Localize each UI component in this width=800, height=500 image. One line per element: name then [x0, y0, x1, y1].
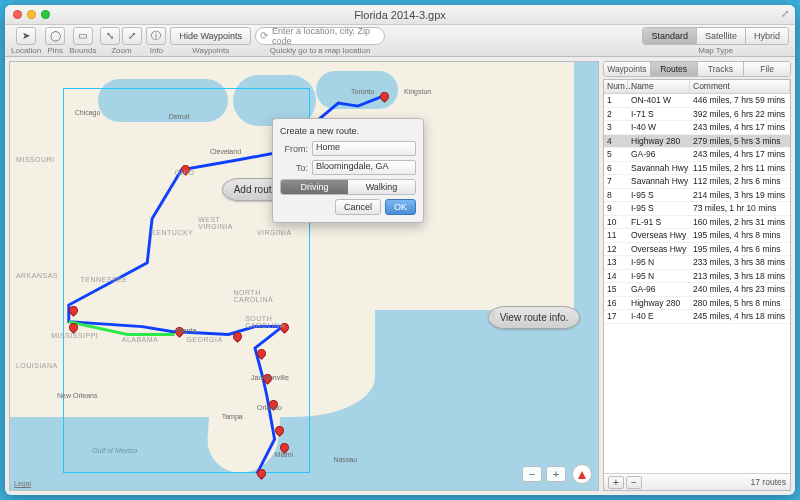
table-row[interactable]: 15GA-96240 miles, 4 hrs 23 mins	[604, 283, 790, 297]
state-label: NORTHCAROLINA	[233, 289, 273, 303]
table-row[interactable]: 14I-95 N213 miles, 3 hrs 18 mins	[604, 270, 790, 284]
bounds-button[interactable]: ▭	[73, 27, 93, 45]
zoom-in-button[interactable]: ⤢	[122, 27, 142, 45]
info-button[interactable]: ⓘ	[146, 27, 166, 45]
state-label: ARKANSAS	[16, 272, 58, 279]
tab-tracks[interactable]: Tracks	[698, 62, 745, 76]
mode-walking[interactable]: Walking	[348, 180, 415, 194]
table-row[interactable]: 17I-40 E245 miles, 4 hrs 18 mins	[604, 310, 790, 324]
hide-waypoints-button[interactable]: Hide Waypoints	[170, 27, 251, 45]
travel-mode-segment[interactable]: Driving Walking	[280, 179, 416, 195]
cancel-button[interactable]: Cancel	[335, 199, 381, 215]
routes-table[interactable]: 1ON-401 W446 miles, 7 hrs 59 mins2I-71 S…	[604, 94, 790, 473]
mode-driving[interactable]: Driving	[281, 180, 348, 194]
tab-routes[interactable]: Routes	[651, 62, 698, 76]
state-label: LOUISIANA	[16, 362, 58, 369]
table-row[interactable]: 9I-95 S73 miles, 1 hr 10 mins	[604, 202, 790, 216]
fullscreen-icon[interactable]: ⤢	[781, 8, 789, 19]
table-row[interactable]: 12Overseas Hwy195 miles, 4 hrs 6 mins	[604, 243, 790, 257]
city-label: Jacksonville	[251, 374, 289, 381]
table-row[interactable]: 7Savannah Hwy112 miles, 2 hrs 6 mins	[604, 175, 790, 189]
city-label: Orlando	[257, 404, 282, 411]
side-tabs[interactable]: Waypoints Routes Tracks File	[603, 61, 791, 77]
table-row[interactable]: 8I-95 S214 miles, 3 hrs 19 mins	[604, 189, 790, 203]
table-row[interactable]: 10FL-91 S160 miles, 2 hrs 31 mins	[604, 216, 790, 230]
remove-route-button[interactable]: −	[626, 476, 642, 489]
state-label: KENTUCKY	[151, 229, 193, 236]
window-title: Florida 2014-3.gpx	[5, 9, 795, 21]
city-label: Cleveland	[210, 148, 241, 155]
city-label: Detroit	[169, 113, 190, 120]
routes-count: 17 routes	[751, 477, 786, 487]
table-row[interactable]: 6Savannah Hwy115 miles, 2 hrs 11 mins	[604, 162, 790, 176]
from-select[interactable]: Home	[312, 141, 416, 156]
legal-link[interactable]: Legal	[14, 480, 31, 487]
state-label: WESTVIRGINIA	[198, 216, 233, 230]
tab-file[interactable]: File	[744, 62, 790, 76]
table-row[interactable]: 11Overseas Hwy195 miles, 4 hrs 8 mins	[604, 229, 790, 243]
state-label: OHIO	[175, 169, 195, 176]
side-panel: Waypoints Routes Tracks File Num… Name C…	[603, 61, 791, 491]
create-route-dialog: Create a new route. From:Home To:Bloomin…	[272, 118, 424, 223]
table-row[interactable]: 5GA-96243 miles, 4 hrs 17 mins	[604, 148, 790, 162]
state-label: TENNESSEE	[81, 276, 128, 283]
table-row[interactable]: 16Highway 280280 miles, 5 hrs 8 mins	[604, 297, 790, 311]
state-label: MISSOURI	[16, 156, 55, 163]
table-row[interactable]: 2I-71 S392 miles, 6 hrs 22 mins	[604, 108, 790, 122]
search-input[interactable]: Enter a location, city, Zip code	[255, 27, 385, 45]
water-label: Gulf of Mexico	[92, 447, 137, 454]
maptype-satellite[interactable]: Satellite	[697, 28, 746, 44]
maptype-hybrid[interactable]: Hybrid	[746, 28, 788, 44]
state-label: SOUTHCAROLINA	[245, 315, 285, 329]
map-zoom-out-button[interactable]: −	[522, 466, 542, 482]
titlebar: Florida 2014-3.gpx ⤢	[5, 5, 795, 25]
maptype-standard[interactable]: Standard	[643, 28, 697, 44]
city-label: Kingston	[404, 88, 431, 95]
add-route-button[interactable]: +	[608, 476, 624, 489]
table-row[interactable]: 4Highway 280279 miles, 5 hrs 3 mins	[604, 135, 790, 149]
toolbar: ➤Location ◯Pins ▭Bounds ⤡⤢Zoom ⓘInfo Hid…	[5, 25, 795, 57]
map-zoom-in-button[interactable]: +	[546, 466, 566, 482]
compass-icon[interactable]	[572, 464, 592, 484]
map[interactable]: MISSOURI OHIO KENTUCKY TENNESSEE NORTHCA…	[9, 61, 599, 491]
city-label: Nassau	[333, 456, 357, 463]
table-row[interactable]: 13I-95 N233 miles, 3 hrs 38 mins	[604, 256, 790, 270]
state-label: VIRGINIA	[257, 229, 292, 236]
callout-view-route-info: View route info.	[488, 306, 581, 329]
state-label: MISSISSIPPI	[51, 332, 98, 339]
table-row[interactable]: 3I-40 W243 miles, 4 hrs 17 mins	[604, 121, 790, 135]
ok-button[interactable]: OK	[385, 199, 416, 215]
tab-waypoints[interactable]: Waypoints	[604, 62, 651, 76]
city-label: Miami	[275, 451, 294, 458]
to-select[interactable]: Bloomingdale, GA	[312, 160, 416, 175]
location-button[interactable]: ➤	[16, 27, 36, 45]
city-label: New Orleans	[57, 392, 97, 399]
table-header: Num… Name Comment	[604, 80, 790, 94]
state-label: ALABAMA	[122, 336, 159, 343]
dialog-title: Create a new route.	[280, 126, 416, 136]
table-row[interactable]: 1ON-401 W446 miles, 7 hrs 59 mins	[604, 94, 790, 108]
city-label: Toronto	[351, 88, 374, 95]
city-label: Tampa	[222, 413, 243, 420]
city-label: Chicago	[75, 109, 101, 116]
city-label: Atlanta	[175, 327, 197, 334]
pins-button[interactable]: ◯	[45, 27, 65, 45]
maptype-segment[interactable]: Standard Satellite Hybrid	[642, 27, 789, 45]
state-label: GEORGIA	[186, 336, 222, 343]
zoom-out-button[interactable]: ⤡	[100, 27, 120, 45]
